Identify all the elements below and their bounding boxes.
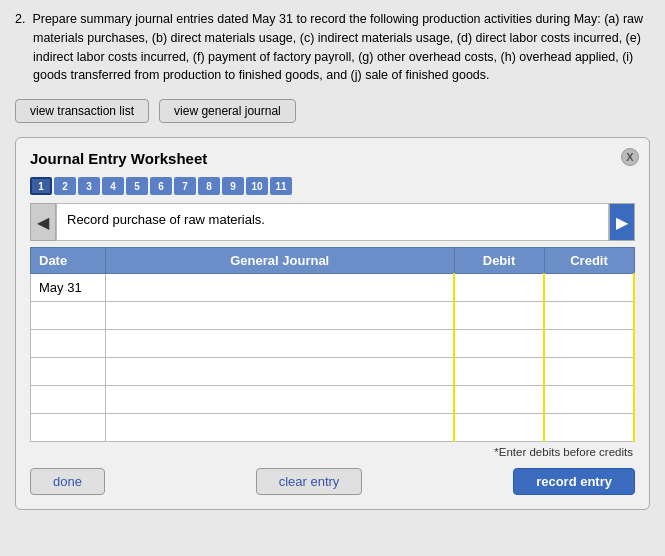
credit-input-4[interactable] <box>553 364 625 379</box>
date-cell-3 <box>31 330 106 358</box>
date-cell-1: May 31 <box>31 274 106 302</box>
credit-cell-1[interactable] <box>544 274 634 302</box>
question-body: Prepare summary journal entries dated Ma… <box>32 12 643 82</box>
description-row: ◀ Record purchase of raw materials. ▶ <box>30 203 635 241</box>
journal-entry-worksheet-panel: X Journal Entry Worksheet 1 2 3 4 5 6 7 … <box>15 137 650 510</box>
step-tab-6[interactable]: 6 <box>150 177 172 195</box>
debit-cell-3[interactable] <box>454 330 544 358</box>
table-row <box>31 302 635 330</box>
date-cell-4 <box>31 358 106 386</box>
credit-cell-2[interactable] <box>544 302 634 330</box>
general-journal-cell-5[interactable] <box>106 386 455 414</box>
general-journal-input-5[interactable] <box>114 392 445 407</box>
table-row <box>31 414 635 442</box>
credit-input-3[interactable] <box>553 336 625 351</box>
general-journal-input-2[interactable] <box>114 308 445 323</box>
done-button[interactable]: done <box>30 468 105 495</box>
table-row <box>31 386 635 414</box>
question-number: 2. <box>15 12 25 26</box>
general-journal-input-4[interactable] <box>114 364 445 379</box>
clear-entry-button[interactable]: clear entry <box>256 468 363 495</box>
date-cell-6 <box>31 414 106 442</box>
step-tab-10[interactable]: 10 <box>246 177 268 195</box>
debit-input-4[interactable] <box>463 364 535 379</box>
step-tab-1[interactable]: 1 <box>30 177 52 195</box>
step-tab-7[interactable]: 7 <box>174 177 196 195</box>
debit-cell-6[interactable] <box>454 414 544 442</box>
debit-input-2[interactable] <box>463 308 535 323</box>
journal-table: Date General Journal Debit Credit May 31 <box>30 247 635 442</box>
general-journal-cell-4[interactable] <box>106 358 455 386</box>
general-journal-cell-1[interactable] <box>106 274 455 302</box>
step-tab-3[interactable]: 3 <box>78 177 100 195</box>
step-tab-2[interactable]: 2 <box>54 177 76 195</box>
credit-cell-6[interactable] <box>544 414 634 442</box>
credit-input-1[interactable] <box>553 280 625 295</box>
top-buttons-bar: view transaction list view general journ… <box>15 99 650 123</box>
col-header-date: Date <box>31 248 106 274</box>
prev-nav-button[interactable]: ◀ <box>30 203 56 241</box>
question-text: 2. Prepare summary journal entries dated… <box>15 10 650 85</box>
step-tab-5[interactable]: 5 <box>126 177 148 195</box>
debit-cell-4[interactable] <box>454 358 544 386</box>
debit-input-5[interactable] <box>463 392 535 407</box>
table-row: May 31 <box>31 274 635 302</box>
step-description: Record purchase of raw materials. <box>56 203 609 241</box>
step-tabs: 1 2 3 4 5 6 7 8 9 10 11 <box>30 177 635 195</box>
general-journal-cell-2[interactable] <box>106 302 455 330</box>
credit-input-5[interactable] <box>553 392 625 407</box>
general-journal-input-1[interactable] <box>114 280 445 295</box>
step-tab-8[interactable]: 8 <box>198 177 220 195</box>
debit-cell-1[interactable] <box>454 274 544 302</box>
table-row <box>31 330 635 358</box>
general-journal-input-6[interactable] <box>114 420 445 435</box>
general-journal-input-3[interactable] <box>114 336 445 351</box>
view-general-journal-button[interactable]: view general journal <box>159 99 296 123</box>
credit-cell-4[interactable] <box>544 358 634 386</box>
general-journal-cell-3[interactable] <box>106 330 455 358</box>
page-wrapper: 2. Prepare summary journal entries dated… <box>0 0 665 556</box>
next-nav-button[interactable]: ▶ <box>609 203 635 241</box>
view-transactions-button[interactable]: view transaction list <box>15 99 149 123</box>
credit-cell-5[interactable] <box>544 386 634 414</box>
debit-cell-5[interactable] <box>454 386 544 414</box>
step-tab-11[interactable]: 11 <box>270 177 292 195</box>
debit-input-6[interactable] <box>463 420 535 435</box>
credit-input-2[interactable] <box>553 308 625 323</box>
credit-input-6[interactable] <box>553 420 625 435</box>
hint-text: *Enter debits before credits <box>30 446 635 458</box>
debit-input-1[interactable] <box>463 280 535 295</box>
panel-title: Journal Entry Worksheet <box>30 150 635 167</box>
step-tab-4[interactable]: 4 <box>102 177 124 195</box>
table-row <box>31 358 635 386</box>
col-header-credit: Credit <box>544 248 634 274</box>
date-cell-5 <box>31 386 106 414</box>
close-button[interactable]: X <box>621 148 639 166</box>
debit-input-3[interactable] <box>463 336 535 351</box>
col-header-debit: Debit <box>454 248 544 274</box>
date-cell-2 <box>31 302 106 330</box>
step-tab-9[interactable]: 9 <box>222 177 244 195</box>
general-journal-cell-6[interactable] <box>106 414 455 442</box>
record-entry-button[interactable]: record entry <box>513 468 635 495</box>
bottom-buttons-bar: done clear entry record entry <box>30 468 635 495</box>
debit-cell-2[interactable] <box>454 302 544 330</box>
col-header-general-journal: General Journal <box>106 248 455 274</box>
credit-cell-3[interactable] <box>544 330 634 358</box>
